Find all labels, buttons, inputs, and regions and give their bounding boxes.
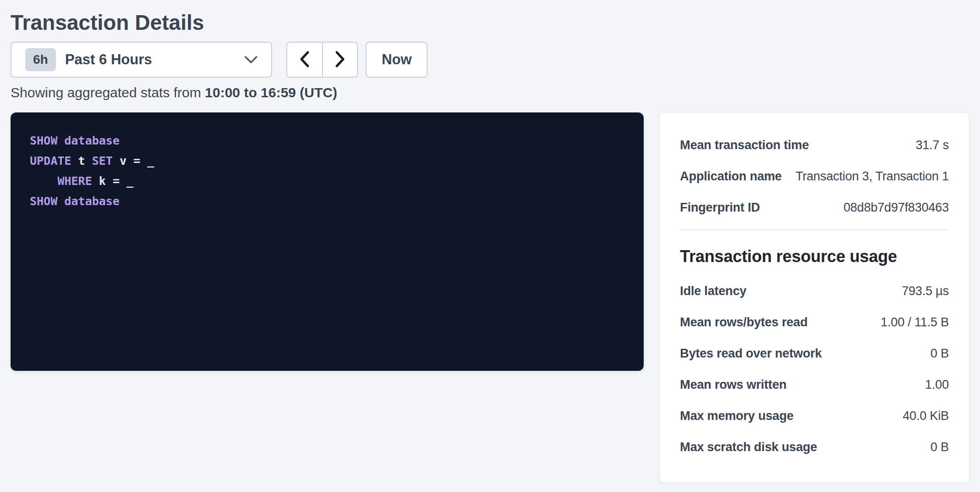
aggregation-range-prefix: Showing aggregated stats from bbox=[11, 85, 205, 100]
sql-statements-box: SHOW databaseUPDATE t SET v = _ WHERE k … bbox=[11, 112, 644, 371]
stat-label: Max scratch disk usage bbox=[680, 438, 817, 456]
stat-label: Mean rows written bbox=[680, 375, 786, 394]
time-range-select[interactable]: 6h Past 6 Hours bbox=[11, 42, 272, 78]
stat-label: Max memory usage bbox=[680, 407, 793, 425]
stat-row: Mean rows written1.00 bbox=[680, 375, 949, 394]
stat-row: Fingerprint ID08d8b7d97f830463 bbox=[680, 198, 949, 217]
stat-label: Bytes read over network bbox=[680, 344, 822, 363]
sql-code-line: WHERE k = _ bbox=[30, 171, 624, 191]
stat-label: Fingerprint ID bbox=[680, 198, 760, 217]
chevron-down-icon bbox=[244, 55, 258, 64]
stat-value: 0 B bbox=[930, 438, 949, 456]
details-content: SHOW databaseUPDATE t SET v = _ WHERE k … bbox=[11, 112, 969, 483]
summary-card: Mean transaction time31.7 sApplication n… bbox=[659, 112, 969, 483]
stat-label: Idle latency bbox=[680, 282, 746, 300]
stat-row: Application nameTransaction 3, Transacti… bbox=[680, 167, 949, 185]
now-button[interactable]: Now bbox=[366, 42, 428, 78]
stat-value: 08d8b7d97f830463 bbox=[843, 198, 949, 217]
sql-code-line: SHOW database bbox=[30, 191, 624, 212]
stat-label: Application name bbox=[680, 167, 782, 185]
time-range-label: Past 6 Hours bbox=[65, 51, 152, 68]
stat-label: Mean transaction time bbox=[680, 136, 809, 154]
resource-usage-title: Transaction resource usage bbox=[680, 247, 949, 266]
next-interval-button[interactable] bbox=[322, 43, 357, 77]
previous-interval-button[interactable] bbox=[287, 43, 322, 77]
stat-value: 40.0 KiB bbox=[903, 407, 949, 425]
aggregation-range-text: Showing aggregated stats from 10:00 to 1… bbox=[11, 84, 969, 102]
stat-row: Max scratch disk usage0 B bbox=[680, 438, 949, 456]
sql-code: SHOW databaseUPDATE t SET v = _ WHERE k … bbox=[30, 131, 624, 212]
stat-row: Bytes read over network0 B bbox=[680, 344, 949, 363]
page-title: Transaction Details bbox=[11, 10, 969, 35]
stat-row: Max memory usage40.0 KiB bbox=[680, 407, 949, 425]
sql-code-line: SHOW database bbox=[30, 131, 624, 151]
stat-value: 1.00 bbox=[925, 375, 949, 394]
stat-value: 793.5 µs bbox=[902, 282, 949, 300]
stat-row: Idle latency793.5 µs bbox=[680, 282, 949, 300]
transaction-details-page: Transaction Details 6h Past 6 Hours Now bbox=[0, 0, 980, 492]
stat-row: Mean rows/bytes read1.00 / 11.5 B bbox=[680, 313, 949, 331]
resource-usage-rows: Idle latency793.5 µsMean rows/bytes read… bbox=[680, 282, 949, 456]
stat-label: Mean rows/bytes read bbox=[680, 313, 807, 331]
summary-rows: Mean transaction time31.7 sApplication n… bbox=[680, 136, 949, 217]
time-step-buttons bbox=[286, 42, 358, 78]
chevron-left-icon bbox=[298, 50, 311, 70]
chevron-right-icon bbox=[334, 50, 346, 70]
stat-value: 1.00 / 11.5 B bbox=[880, 313, 949, 331]
sql-code-line: UPDATE t SET v = _ bbox=[30, 151, 624, 171]
stat-value: Transaction 3, Transaction 1 bbox=[796, 167, 949, 185]
stat-value: 31.7 s bbox=[916, 136, 949, 154]
time-range-badge: 6h bbox=[25, 48, 56, 71]
card-divider bbox=[680, 229, 949, 230]
time-controls: 6h Past 6 Hours Now bbox=[11, 42, 969, 78]
stat-value: 0 B bbox=[930, 344, 949, 363]
aggregation-range-value: 10:00 to 16:59 (UTC) bbox=[205, 85, 337, 100]
stat-row: Mean transaction time31.7 s bbox=[680, 136, 949, 154]
